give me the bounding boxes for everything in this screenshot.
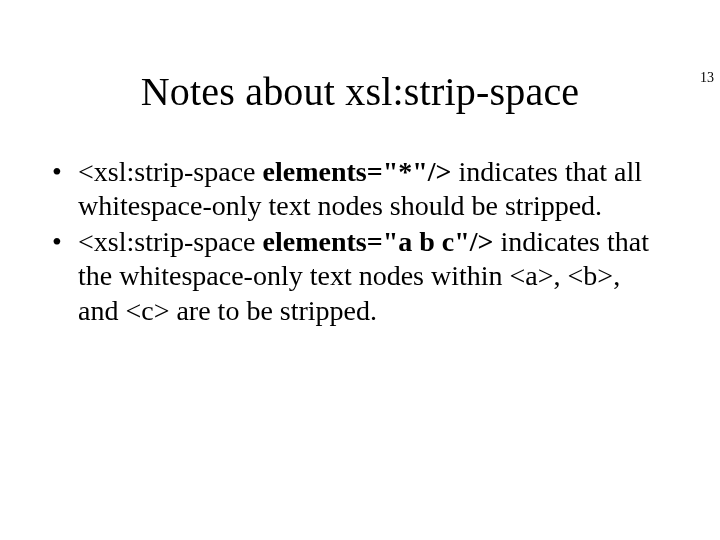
bullet-text-prefix: <xsl:strip-space — [78, 156, 263, 187]
bullet-list: <xsl:strip-space elements="*"/> indicate… — [48, 155, 660, 328]
bullet-text-prefix: <xsl:strip-space — [78, 226, 263, 257]
list-item: <xsl:strip-space elements="a b c"/> indi… — [48, 225, 660, 327]
slide-body: <xsl:strip-space elements="*"/> indicate… — [0, 155, 720, 328]
list-item: <xsl:strip-space elements="*"/> indicate… — [48, 155, 660, 223]
bullet-text-bold: elements="a b c"/> — [263, 226, 494, 257]
page-number: 13 — [700, 70, 714, 86]
slide-title: Notes about xsl:strip-space — [0, 68, 720, 115]
slide: 13 Notes about xsl:strip-space <xsl:stri… — [0, 68, 720, 540]
bullet-text-bold: elements="*"/> — [263, 156, 452, 187]
